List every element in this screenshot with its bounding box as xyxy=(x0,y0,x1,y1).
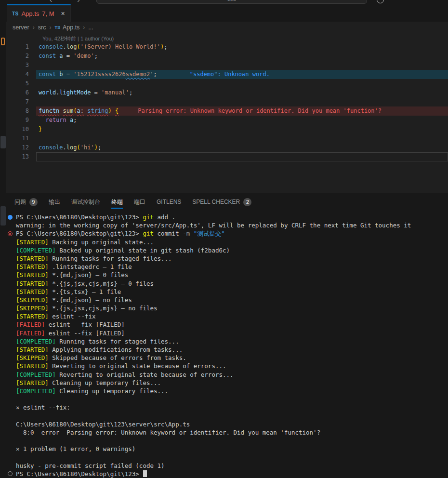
code-token xyxy=(39,117,45,123)
code-line-content xyxy=(36,97,448,106)
terminal-token: Applying modifications from tasks... xyxy=(49,346,183,353)
terminal-token: warning: in the working copy of 'server/… xyxy=(16,222,411,229)
code-editor[interactable]: You, 42秒钟前 | 1 author (You) 1console.log… xyxy=(6,33,448,193)
panel-tab-label: 端口 xyxy=(134,196,145,209)
tab-app-ts[interactable]: TS App.ts 7, M × xyxy=(7,4,71,22)
terminal-token: [SKIPPED] xyxy=(16,296,49,304)
terminal-command-decoration-ok[interactable] xyxy=(8,215,13,220)
terminal-line: ✕ 1 problem (1 error, 0 warnings) xyxy=(6,445,448,453)
line-number: 11 xyxy=(6,134,29,143)
terminal-line xyxy=(6,453,448,461)
code-line-content: return a; xyxy=(36,116,448,125)
code-line: 12console.log('hi'); xyxy=(6,143,448,152)
code-line: 3 xyxy=(6,61,448,70)
code-token: console xyxy=(39,144,63,151)
account-icon[interactable] xyxy=(377,0,384,3)
terminal-token: Running tasks for staged files... xyxy=(56,338,179,345)
terminal-token xyxy=(190,230,194,237)
terminal-command-decoration-err[interactable] xyxy=(8,231,13,236)
terminal-token: "测试提交" xyxy=(194,230,225,237)
panel-tab-problems[interactable]: 问题9 xyxy=(14,193,38,211)
panel-tab-ports[interactable]: 端口 xyxy=(134,193,145,211)
terminal-token: git xyxy=(143,230,154,237)
breadcrumb-item-Appts[interactable]: TSApp.ts xyxy=(54,24,79,31)
terminal-token: [FAILED] xyxy=(16,330,45,337)
panel-tab-output[interactable]: 输出 xyxy=(49,193,60,211)
code-line: 10} xyxy=(6,125,448,134)
code-token: ; xyxy=(98,144,101,151)
terminal-token: eslint --fix: xyxy=(20,404,70,411)
code-token: { xyxy=(115,107,119,114)
code-token: '152121ssss2626 xyxy=(73,71,125,78)
line-number: 2 xyxy=(6,52,29,61)
breadcrumb-label: server xyxy=(13,24,29,31)
code-token: functn xyxy=(39,107,59,114)
close-icon[interactable]: × xyxy=(61,10,65,17)
terminal-line xyxy=(6,412,448,420)
breadcrumb-item-server[interactable]: server xyxy=(13,24,29,31)
breadcrumb-label: App.ts xyxy=(63,24,79,31)
nav-forward-icon[interactable]: › xyxy=(77,0,80,4)
breadcrumb-item-[interactable]: ... xyxy=(88,24,93,31)
terminal-line: [STARTED] Reverting to original state be… xyxy=(6,362,448,370)
panel-tab-spell-checker[interactable]: SPELL CHECKER2 xyxy=(192,193,251,211)
terminal-token: C:\Users\86180\Desktop\git\123\server\sr… xyxy=(16,421,190,428)
terminal-token: -m xyxy=(183,230,190,237)
terminal-token: [COMPLETED] xyxy=(16,338,56,345)
panel-tab-bar: 问题9输出调试控制台终端端口GITLENSSPELL CHECKER2 xyxy=(6,193,448,211)
terminal-token: [STARTED] xyxy=(16,280,49,287)
code-token: '(Server) Hello World!' xyxy=(80,43,160,50)
line-number: 10 xyxy=(6,125,29,134)
panel-tab-debug-console[interactable]: 调试控制台 xyxy=(71,193,100,211)
panel-tab-terminal[interactable]: 终端 xyxy=(111,193,123,211)
rail-scroll-thumb-editor[interactable] xyxy=(0,136,6,148)
terminal-line: [STARTED] Running tasks for staged files… xyxy=(6,254,448,263)
terminal-line: [STARTED] *.{js,jsx,cjs,mjs} — 0 files xyxy=(6,279,448,288)
terminal-token: [COMPLETED] xyxy=(16,247,56,254)
panel-tab-badge: 2 xyxy=(243,198,251,206)
terminal-line: ✕ eslint --fix: xyxy=(6,403,448,412)
code-line-content: console.log('(Server) Hello World!'); xyxy=(36,42,448,52)
terminal-command-decoration-run[interactable] xyxy=(8,471,13,476)
terminal[interactable]: PS C:\Users\86180\Desktop\git\123> git a… xyxy=(6,211,448,478)
terminal-token: [STARTED] xyxy=(16,346,49,353)
breadcrumb-item-src[interactable]: src xyxy=(38,24,46,31)
code-token: return xyxy=(45,117,66,123)
terminal-line: [SKIPPED] Skipped because of errors from… xyxy=(6,354,448,362)
panel-tab-gitlens[interactable]: GITLENS xyxy=(157,193,181,211)
terminal-line: [COMPLETED] Backed up original state in … xyxy=(6,246,448,254)
code-token: a xyxy=(77,107,80,114)
terminal-line: [SKIPPED] *.{md,json} — no files xyxy=(6,296,448,304)
line-number: 7 xyxy=(6,97,29,106)
terminal-token: [COMPLETED] xyxy=(16,387,56,395)
code-token xyxy=(59,107,63,114)
panel-tab-label: SPELL CHECKER xyxy=(192,196,240,208)
code-token: b xyxy=(59,71,63,78)
typescript-file-icon: TS xyxy=(54,25,60,30)
code-line: 9 return a; xyxy=(6,116,448,125)
rail-scroll-thumb-terminal[interactable] xyxy=(0,206,6,226)
terminal-token: Reverting to original state because of e… xyxy=(56,371,234,378)
terminal-line: [COMPLETED] Cleaning up temporary files.… xyxy=(6,387,448,395)
terminal-token: eslint --fix [FAILED] xyxy=(45,321,125,328)
code-token: ; xyxy=(129,89,132,96)
terminal-line: [COMPLETED] Reverting to original state … xyxy=(6,371,448,379)
terminal-token: git xyxy=(143,213,154,221)
panel-tab-label: 输出 xyxy=(49,196,60,209)
code-token: ; xyxy=(73,117,77,123)
terminal-token: ✕ xyxy=(16,404,20,411)
terminal-line: [STARTED] .lintstagedrc — 1 file xyxy=(6,263,448,271)
code-lines: 1console.log('(Server) Hello World!');2c… xyxy=(6,42,448,161)
terminal-token: commit xyxy=(154,230,183,237)
panel-tab-label: 终端 xyxy=(111,196,123,209)
gitlens-blame-annotation[interactable]: You, 42秒钟前 | 1 author (You) xyxy=(42,35,448,42)
command-center-search[interactable]: 123 xyxy=(96,0,367,4)
terminal-line: [STARTED] Applying modifications from ta… xyxy=(6,345,448,354)
terminal-token: [STARTED] xyxy=(16,313,49,320)
nav-back-icon[interactable]: ‹ xyxy=(50,0,53,4)
code-token: . xyxy=(63,144,66,151)
terminal-line: PS C:\Users\86180\Desktop\git\123> xyxy=(6,470,448,478)
breadcrumb: server›src›TSApp.ts›... xyxy=(6,22,448,33)
line-number: 13 xyxy=(6,152,29,161)
panel-tab-label: 调试控制台 xyxy=(71,196,100,209)
